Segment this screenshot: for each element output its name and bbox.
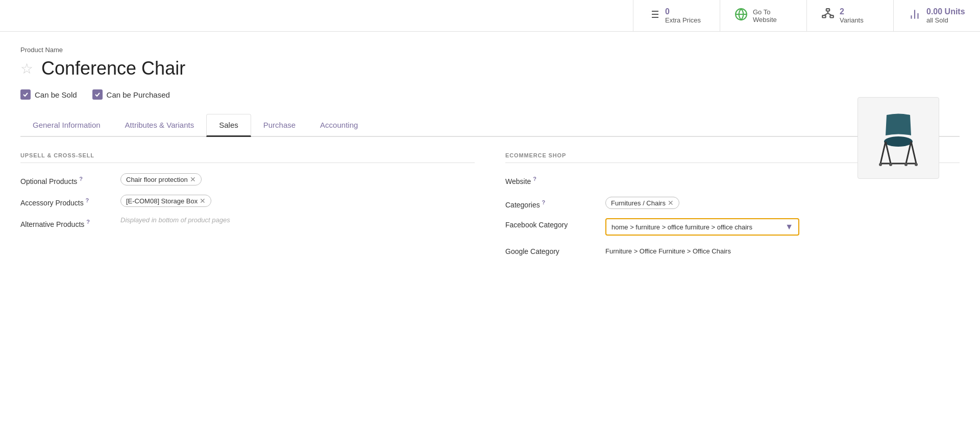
two-column-layout: UPSELL & CROSS-SELL Optional Products ? … bbox=[20, 152, 960, 265]
categories-field: Categories ? Furnitures / Chairs ✕ bbox=[505, 197, 960, 209]
can-be-purchased-label: Can be Purchased bbox=[107, 90, 170, 99]
optional-products-value[interactable]: Chair floor protection ✕ bbox=[120, 173, 475, 185]
variants-label: Variants bbox=[840, 16, 864, 24]
product-name-label: Product Name bbox=[20, 46, 960, 54]
tab-attributes-variants[interactable]: Attributes & Variants bbox=[113, 114, 207, 137]
favorite-star-icon[interactable]: ☆ bbox=[20, 60, 33, 77]
svg-point-26 bbox=[915, 163, 918, 166]
units-sold-text: 0.00 Units all Sold bbox=[926, 7, 965, 24]
tab-general-information[interactable]: General Information bbox=[20, 114, 113, 137]
hierarchy-icon bbox=[821, 8, 835, 24]
variants-number: 2 bbox=[840, 7, 864, 16]
svg-line-12 bbox=[824, 13, 828, 15]
alternative-products-placeholder: Displayed in bottom of product pages bbox=[120, 216, 230, 224]
globe-icon bbox=[734, 8, 748, 24]
categories-label: Categories ? bbox=[505, 197, 597, 209]
facebook-category-field: Facebook Category home > furniture > off… bbox=[505, 218, 960, 236]
facebook-category-value[interactable]: home > furniture > office furniture > of… bbox=[605, 218, 960, 236]
remove-accessory-tag-0[interactable]: ✕ bbox=[200, 197, 206, 205]
accessory-products-field: Accessory Products ? [E-COM08] Storage B… bbox=[20, 195, 475, 207]
units-sold-label: all Sold bbox=[926, 16, 965, 24]
optional-products-tag-0[interactable]: Chair floor protection ✕ bbox=[120, 173, 202, 185]
can-be-purchased-checkbox[interactable]: Can be Purchased bbox=[92, 89, 170, 100]
svg-rect-10 bbox=[830, 15, 834, 17]
variants-text: 2 Variants bbox=[840, 7, 864, 24]
tab-sales[interactable]: Sales bbox=[206, 114, 251, 137]
alternative-products-label: Alternative Products ? bbox=[20, 216, 112, 228]
google-category-field: Google Category Furniture > Office Furni… bbox=[505, 245, 960, 255]
svg-line-18 bbox=[880, 142, 886, 164]
categories-value[interactable]: Furnitures / Chairs ✕ bbox=[605, 197, 960, 209]
remove-category-tag-0[interactable]: ✕ bbox=[668, 199, 674, 207]
svg-line-19 bbox=[911, 142, 916, 164]
accessory-products-value[interactable]: [E-COM08] Storage Box ✕ bbox=[120, 195, 475, 207]
svg-rect-8 bbox=[826, 9, 830, 11]
svg-rect-9 bbox=[822, 15, 826, 17]
list-icon bbox=[648, 8, 660, 24]
remove-optional-tag-0[interactable]: ✕ bbox=[190, 175, 196, 183]
upsell-crosssell-column: UPSELL & CROSS-SELL Optional Products ? … bbox=[20, 152, 475, 265]
product-title: Conference Chair bbox=[41, 58, 185, 79]
facebook-category-label: Facebook Category bbox=[505, 218, 597, 229]
checkboxes-row: Can be Sold Can be Purchased bbox=[20, 89, 960, 100]
optional-products-label: Optional Products ? bbox=[20, 173, 112, 185]
units-sold-stat[interactable]: 0.00 Units all Sold bbox=[893, 0, 980, 31]
facebook-category-dropdown[interactable]: home > furniture > office furniture > of… bbox=[605, 218, 799, 236]
facebook-category-text: home > furniture > office furniture > of… bbox=[611, 223, 752, 231]
sales-tab-content: UPSELL & CROSS-SELL Optional Products ? … bbox=[20, 137, 960, 280]
can-be-sold-box[interactable] bbox=[20, 89, 31, 100]
main-content: Product Name ☆ Conference Chair Can be S… bbox=[0, 32, 980, 280]
accessory-products-label: Accessory Products ? bbox=[20, 195, 112, 207]
product-title-row: ☆ Conference Chair bbox=[20, 58, 960, 79]
extra-prices-label: Extra Prices bbox=[665, 16, 701, 24]
website-label: Website ? bbox=[505, 173, 597, 185]
google-category-value: Furniture > Office Furniture > Office Ch… bbox=[605, 245, 960, 255]
upsell-section-header: UPSELL & CROSS-SELL bbox=[20, 152, 475, 163]
stats-bar: 0 Extra Prices Go ToWebsite bbox=[0, 0, 980, 32]
tabs-row: General Information Attributes & Variant… bbox=[20, 114, 960, 137]
tab-purchase[interactable]: Purchase bbox=[251, 114, 308, 137]
svg-point-23 bbox=[879, 163, 882, 166]
extra-prices-number: 0 bbox=[665, 7, 701, 16]
can-be-sold-checkbox[interactable]: Can be Sold bbox=[20, 89, 77, 100]
extra-prices-stat[interactable]: 0 Extra Prices bbox=[633, 0, 720, 31]
go-to-website-text: Go ToWebsite bbox=[753, 8, 777, 24]
google-category-label: Google Category bbox=[505, 245, 597, 255]
header-area: Product Name ☆ Conference Chair Can be S… bbox=[20, 46, 960, 137]
go-to-website-stat[interactable]: Go ToWebsite bbox=[720, 0, 806, 31]
alternative-products-value[interactable]: Displayed in bottom of product pages bbox=[120, 216, 475, 224]
can-be-sold-label: Can be Sold bbox=[35, 90, 77, 99]
chart-icon bbox=[908, 8, 921, 24]
accessory-products-tag-0[interactable]: [E-COM08] Storage Box ✕ bbox=[120, 195, 211, 207]
can-be-purchased-box[interactable] bbox=[92, 89, 103, 100]
alternative-products-field: Alternative Products ? Displayed in bott… bbox=[20, 216, 475, 228]
variants-stat[interactable]: 2 Variants bbox=[806, 0, 893, 31]
extra-prices-text: 0 Extra Prices bbox=[665, 7, 701, 24]
svg-point-17 bbox=[884, 136, 913, 147]
go-to-website-label: Go ToWebsite bbox=[753, 8, 777, 24]
dropdown-arrow-icon: ▼ bbox=[785, 222, 793, 231]
svg-point-25 bbox=[904, 163, 908, 166]
tab-accounting[interactable]: Accounting bbox=[308, 114, 370, 137]
google-category-text: Furniture > Office Furniture > Office Ch… bbox=[605, 245, 731, 255]
svg-line-13 bbox=[828, 13, 832, 15]
optional-products-field: Optional Products ? Chair floor protecti… bbox=[20, 173, 475, 185]
svg-point-24 bbox=[889, 163, 892, 166]
units-sold-number: 0.00 Units bbox=[926, 7, 965, 16]
categories-tag-0[interactable]: Furnitures / Chairs ✕ bbox=[605, 197, 679, 209]
product-image[interactable] bbox=[857, 97, 939, 179]
